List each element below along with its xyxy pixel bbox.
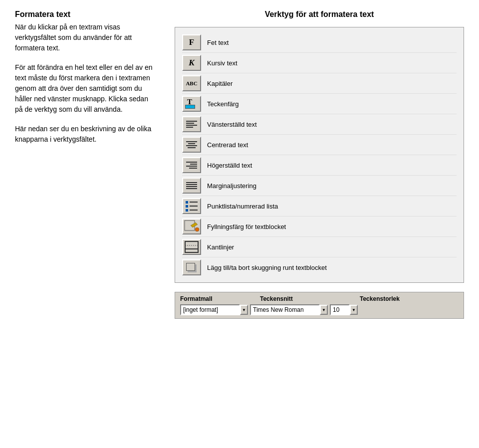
left-panel: Formatera text När du klickar på en text…: [15, 10, 155, 438]
tool-row-shadow: Lägg till/ta bort skuggning runt textblo…: [182, 257, 457, 277]
fillcolor-label: Fyllningsfärg för textblocket: [207, 223, 286, 230]
shadow-icon[interactable]: [182, 259, 201, 275]
main-heading: Formatera text: [15, 10, 155, 19]
size-select-wrapper[interactable]: 10 ▼: [330, 304, 358, 315]
toolbar-labels: Formatmall Teckensnitt Teckenstorlek: [180, 295, 459, 302]
tool-row-fillcolor: Fyllningsfärg för textblocket: [182, 217, 457, 237]
alignright-label: Högerställd text: [207, 162, 252, 169]
size-select[interactable]: 10: [330, 304, 350, 315]
instruction-para: För att förändra en hel text eller en de…: [15, 62, 155, 115]
tool-row-list: Punktlista/numrerad lista: [182, 196, 457, 217]
bold-icon[interactable]: F: [182, 34, 201, 50]
italic-label: Kursiv text: [207, 59, 238, 67]
right-heading: Verktyg för att formatera text: [175, 10, 464, 19]
tool-row-aligncenter: Centrerad text: [182, 135, 457, 155]
border-label: Kantlinjer: [207, 243, 234, 251]
font-select-wrapper[interactable]: Times New Roman ▼: [250, 304, 328, 315]
toolbar-controls: [inget format] ▼ Times New Roman ▼ 10 ▼: [180, 304, 459, 315]
tool-row-border: Kantlinjer: [182, 237, 457, 257]
justify-label: Marginaljustering: [207, 182, 256, 190]
fillcolor-icon[interactable]: [182, 219, 201, 234]
font-dropdown-arrow[interactable]: ▼: [320, 305, 328, 315]
tool-row-justify: Marginaljustering: [182, 176, 457, 196]
format-label: Formatmall: [180, 295, 260, 302]
format-dropdown-arrow[interactable]: ▼: [240, 305, 248, 315]
tool-row-italic: K Kursiv text: [182, 53, 457, 73]
alignleft-label: Vänsterställd text: [207, 121, 257, 128]
aligncenter-icon[interactable]: [182, 137, 201, 153]
font-label: Teckensnitt: [260, 295, 360, 302]
size-label: Teckenstorlek: [360, 295, 410, 302]
border-icon[interactable]: [182, 239, 201, 255]
svg-rect-2: [185, 241, 198, 252]
tool-row-alignleft: Vänsterställd text: [182, 114, 457, 135]
smallcaps-label: Kapitäler: [207, 80, 233, 87]
italic-icon[interactable]: K: [182, 55, 201, 71]
list-icon[interactable]: [182, 198, 201, 214]
shadow-label: Lägg till/ta bort skuggning runt textblo…: [207, 264, 327, 271]
right-panel: Verktyg för att formatera text F Fet tex…: [175, 10, 464, 438]
tool-row-bold: F Fet text: [182, 32, 457, 53]
tool-row-alignright: Högerställd text: [182, 155, 457, 176]
fontcolor-icon[interactable]: T: [182, 96, 201, 112]
justify-icon[interactable]: [182, 178, 201, 194]
format-select[interactable]: [inget format]: [180, 304, 240, 315]
font-select[interactable]: Times New Roman: [250, 304, 320, 315]
bold-label: Fet text: [207, 39, 229, 46]
list-label: Punktlista/numrerad lista: [207, 203, 278, 210]
alignleft-icon[interactable]: [182, 116, 201, 132]
tool-row-smallcaps: ABC Kapitäler: [182, 73, 457, 94]
svg-point-1: [195, 227, 199, 231]
tool-row-fontcolor: T Teckenfärg: [182, 94, 457, 114]
description-para: Här nedan ser du en beskrivning av de ol…: [15, 124, 155, 145]
format-select-wrapper[interactable]: [inget format] ▼: [180, 304, 248, 315]
tools-box: F Fet text K Kursiv text ABC Kapitäler T…: [175, 27, 464, 283]
bottom-toolbar: Formatmall Teckensnitt Teckenstorlek [in…: [175, 292, 464, 319]
fontcolor-label: Teckenfärg: [207, 100, 239, 108]
alignright-icon[interactable]: [182, 157, 201, 173]
intro-para: När du klickar på en textram visas verkt…: [15, 22, 155, 53]
aligncenter-label: Centrerad text: [207, 141, 248, 149]
smallcaps-icon[interactable]: ABC: [182, 75, 201, 91]
size-dropdown-arrow[interactable]: ▼: [350, 305, 358, 315]
